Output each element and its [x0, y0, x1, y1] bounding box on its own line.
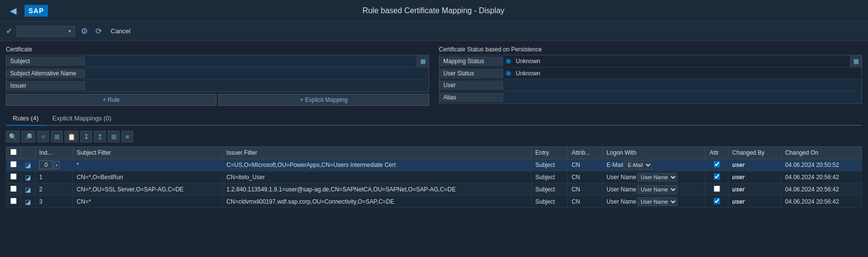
copy-button[interactable]: 📋 — [65, 131, 78, 142]
logon-with-dropdown[interactable]: User Name — [637, 197, 677, 206]
row-entry: Subject — [531, 196, 567, 208]
row-entry: Subject — [531, 159, 567, 171]
row-changed-by: user — [728, 159, 781, 171]
grid-icon: ◪ — [25, 174, 31, 181]
table-row: ◪ ▪ *C=US,O=Microsoft,OU=PowerApps,CN=Us… — [6, 159, 862, 171]
user-label: User — [439, 80, 503, 90]
row-changed-by: user — [728, 184, 781, 196]
zoom-out-button[interactable]: 🔎 — [22, 131, 35, 142]
row-select-checkbox[interactable] — [10, 198, 17, 204]
col-changed-on[interactable]: Changed On — [781, 147, 862, 159]
filter-button[interactable]: ▿ — [37, 131, 49, 142]
alias-input[interactable] — [503, 92, 862, 103]
row-select-checkbox[interactable] — [10, 161, 17, 167]
table-row: ◪1CN=*,O=BestRunCN=itelo_UserSubjectCNUs… — [6, 171, 862, 184]
logon-with-dropdown[interactable]: E-Mail — [624, 161, 652, 169]
col-checkbox — [6, 147, 21, 159]
sections-row: Certificate Subject ▦ Subject Alternativ… — [6, 46, 862, 106]
col-subject-filter[interactable]: Subject Filter — [72, 147, 222, 159]
row-grid-icon-cell: ◪ — [21, 159, 35, 171]
layout-button[interactable]: ⊞ — [108, 131, 120, 142]
toolbar-dropdown-wrapper — [16, 26, 75, 37]
row-changed-on: 04.06.2024 20:56:42 — [781, 184, 862, 196]
logon-with-dropdown[interactable]: User Name — [637, 185, 677, 194]
select-all-checkbox[interactable] — [10, 149, 17, 155]
mapping-status-label: Mapping Status — [439, 56, 503, 66]
zoom-in-button[interactable]: 🔍 — [6, 131, 20, 142]
check-button[interactable]: ✔ — [6, 26, 12, 36]
col-changed-by[interactable]: Changed By — [728, 147, 781, 159]
attr-checkbox[interactable] — [714, 198, 720, 204]
attr-checkbox[interactable] — [714, 161, 720, 167]
user-row: User — [439, 79, 862, 92]
settings-icon-button[interactable]: ⚙ — [79, 25, 90, 37]
table-row: ◪3CN=*CN=cldvmxli00197.wdf.sap.corp,OU=C… — [6, 196, 862, 208]
toolbar-dropdown[interactable] — [16, 26, 75, 37]
row-select-checkbox[interactable] — [10, 173, 17, 180]
logon-with-dropdown[interactable]: User Name — [637, 173, 677, 182]
subject-input[interactable] — [85, 55, 417, 67]
action-row: + Rule + Explicit Mapping — [6, 94, 429, 106]
grid-button[interactable]: ⊞ — [51, 131, 63, 142]
changed-by-value: user — [732, 162, 745, 168]
row-subject-filter: CN=*,OU=SSL Server,O=SAP-AG,C=DE — [72, 184, 222, 196]
attr-checkbox[interactable] — [714, 173, 720, 180]
tab-explicit-mappings[interactable]: Explicit Mappings (0) — [46, 112, 119, 126]
col-index[interactable]: Ind... — [35, 147, 73, 159]
header-title: Rule based Certificate Mapping - Display — [362, 6, 505, 15]
export-button[interactable]: ↧ — [80, 131, 92, 142]
changed-by-value: user — [732, 198, 745, 205]
san-row: Subject Alternative Name — [6, 68, 429, 80]
row-index-cell: 1 — [35, 171, 73, 184]
certificate-fields-table: Subject ▦ Subject Alternative Name Issue… — [6, 55, 429, 92]
row-subject-filter: CN=*,O=BestRun — [72, 171, 222, 184]
row-changed-on: 04.06.2024 20:56:42 — [781, 196, 862, 208]
mapping-status-dot — [506, 59, 511, 64]
row-select-checkbox[interactable] — [10, 186, 17, 192]
row-index-cell: 2 — [35, 184, 73, 196]
col-logon-with[interactable]: Logon With — [603, 147, 705, 159]
status-browse-button[interactable]: ▦ — [850, 55, 862, 67]
issuer-input[interactable] — [85, 80, 429, 92]
row-attr-cell — [705, 196, 728, 208]
col-entry[interactable]: Entry — [531, 147, 567, 159]
col-attrib[interactable]: Attrib... — [567, 147, 602, 159]
add-explicit-mapping-button[interactable]: + Explicit Mapping — [218, 94, 429, 106]
user-input[interactable] — [503, 79, 862, 91]
header-left: ◀ SAP — [10, 5, 48, 17]
row-attrib: CN — [567, 184, 602, 196]
col-issuer-filter[interactable]: Issuer Filter — [222, 147, 531, 159]
san-input[interactable] — [85, 68, 429, 79]
import-button[interactable]: ↥ — [94, 131, 106, 142]
row-attr-cell — [705, 171, 728, 184]
row-attrib: CN — [567, 171, 602, 184]
tab-rules[interactable]: Rules (4) — [6, 112, 46, 126]
index-icon-button[interactable]: ▪ — [54, 161, 60, 169]
col-attr[interactable]: Attr — [705, 147, 728, 159]
cancel-button[interactable]: Cancel — [108, 26, 133, 36]
index-input[interactable] — [39, 161, 53, 169]
add-rule-button[interactable]: + Rule — [6, 94, 217, 106]
grid-icon: ◪ — [25, 186, 31, 193]
row-checkbox-cell — [6, 196, 21, 208]
row-attrib: CN — [567, 196, 602, 208]
attr-checkbox[interactable] — [714, 186, 720, 192]
issuer-row: Issuer — [6, 80, 429, 92]
refresh-button[interactable]: ⟳ — [94, 25, 104, 37]
subject-browse-button[interactable]: ▦ — [417, 55, 429, 67]
certificate-panel: Certificate Subject ▦ Subject Alternativ… — [6, 46, 429, 106]
logon-with-value: User Name — [606, 198, 636, 205]
logon-with-value: E-Mail — [606, 162, 623, 168]
table-header-row: Ind... Subject Filter Issuer Filter Entr… — [6, 147, 862, 159]
row-grid-icon-cell: ◪ — [21, 196, 35, 208]
toolbar: ✔ ⚙ ⟳ Cancel — [0, 22, 868, 41]
user-status-label: User Status — [439, 69, 503, 78]
row-changed-on: 04.06.2024 20:50:52 — [781, 159, 862, 171]
row-logon-with: E-MailE-Mail — [603, 159, 705, 171]
back-button[interactable]: ◀ — [10, 5, 17, 16]
grid-icon: ◪ — [25, 198, 31, 206]
subject-label: Subject — [6, 56, 85, 66]
row-logon-with: User NameUser Name — [603, 196, 705, 208]
row-checkbox-cell — [6, 159, 21, 171]
more-button[interactable]: ≡ — [121, 131, 133, 142]
